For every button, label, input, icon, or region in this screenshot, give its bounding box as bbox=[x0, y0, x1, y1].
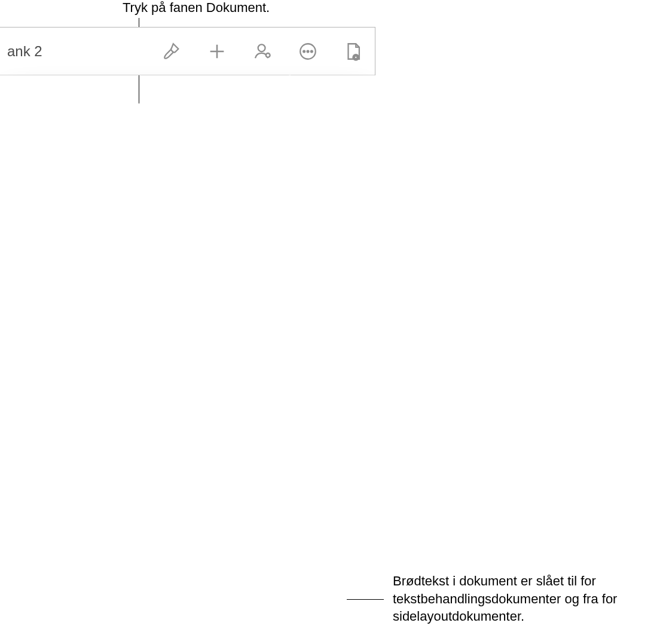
svg-point-0 bbox=[258, 44, 265, 51]
toolbar-icons bbox=[161, 41, 364, 62]
more-options-icon[interactable] bbox=[297, 41, 319, 62]
document-title: ank 2 bbox=[7, 43, 42, 60]
document-settings-icon[interactable] bbox=[343, 41, 364, 62]
toolbar: ank 2 bbox=[0, 28, 375, 75]
format-brush-icon[interactable] bbox=[161, 41, 182, 62]
callout-top: Tryk på fanen Dokument. bbox=[123, 0, 270, 17]
app-frame: ank 2 bbox=[0, 27, 375, 75]
callout-right: Brødtekst i dokument er slået til for te… bbox=[393, 572, 656, 625]
svg-point-4 bbox=[307, 50, 309, 52]
insert-plus-icon[interactable] bbox=[206, 41, 228, 62]
svg-point-3 bbox=[303, 50, 305, 52]
svg-point-7 bbox=[355, 56, 358, 59]
collaborate-icon[interactable] bbox=[252, 41, 273, 62]
svg-point-5 bbox=[311, 50, 313, 52]
callout-line-right bbox=[347, 599, 384, 600]
